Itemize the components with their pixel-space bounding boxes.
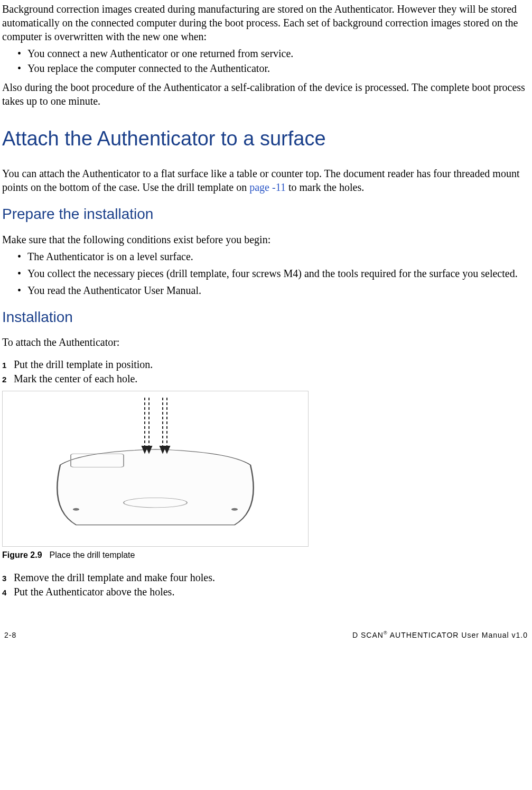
drill-template-illustration — [34, 398, 277, 540]
step-text: Remove the drill template and make four … — [14, 571, 215, 584]
list-item: 1Put the drill template in position. — [2, 357, 530, 371]
intro-bullet-list: You connect a new Authenticator or one r… — [2, 47, 530, 75]
intro-paragraph-1: Background correction images created dur… — [2, 2, 530, 43]
svg-point-3 — [231, 508, 238, 510]
step-text: Mark the center of each hole. — [14, 372, 137, 385]
install-steps-list-1: 1Put the drill template in position. 2Ma… — [2, 357, 530, 385]
list-item: You replace the computer connected to th… — [26, 61, 530, 75]
figure-drill-template — [2, 391, 309, 547]
svg-point-2 — [73, 508, 79, 510]
page-number: 2-8 — [4, 630, 16, 640]
step-text: Put the drill template in position. — [14, 357, 153, 371]
section-heading-attach: Attach the Authenticator to a surface — [2, 126, 530, 152]
document-title: D SCAN® AUTHENTICATOR User Manual v1.0 — [352, 630, 528, 640]
install-paragraph: To attach the Authenticator: — [2, 335, 530, 349]
figure-number: Figure 2.9 — [2, 550, 42, 559]
figure-caption: Figure 2.9Place the drill template — [2, 550, 530, 561]
step-number: 1 — [2, 360, 14, 371]
step-number: 4 — [2, 587, 14, 598]
subsection-heading-installation: Installation — [2, 308, 530, 327]
prepare-paragraph: Make sure that the following conditions … — [2, 233, 530, 246]
subsection-heading-prepare: Prepare the installation — [2, 205, 530, 224]
page-link[interactable]: page -11 — [249, 181, 286, 193]
prepare-bullet-list: The Authenticator is on a level surface.… — [2, 250, 530, 297]
step-number: 2 — [2, 374, 14, 385]
list-item: 2Mark the center of each hole. — [2, 372, 530, 385]
step-text: Put the Authenticator above the holes. — [14, 585, 174, 599]
intro-paragraph-2: Also during the boot procedure of the Au… — [2, 80, 530, 108]
list-item: You read the Authenticator User Manual. — [26, 283, 530, 297]
list-item: You collect the necessary pieces (drill … — [26, 267, 530, 280]
step-number: 3 — [2, 573, 14, 584]
list-item: You connect a new Authenticator or one r… — [26, 47, 530, 60]
attach-text-b: to mark the holes. — [286, 181, 364, 193]
page-footer: 2-8 D SCAN® AUTHENTICATOR User Manual v1… — [2, 630, 530, 640]
list-item: The Authenticator is on a level surface. — [26, 250, 530, 263]
figure-caption-text: Place the drill template — [50, 550, 135, 559]
list-item: 3Remove the drill template and make four… — [2, 571, 530, 584]
list-item: 4Put the Authenticator above the holes. — [2, 585, 530, 599]
install-steps-list-2: 3Remove the drill template and make four… — [2, 571, 530, 599]
attach-paragraph: You can attach the Authenticator to a fl… — [2, 167, 530, 194]
